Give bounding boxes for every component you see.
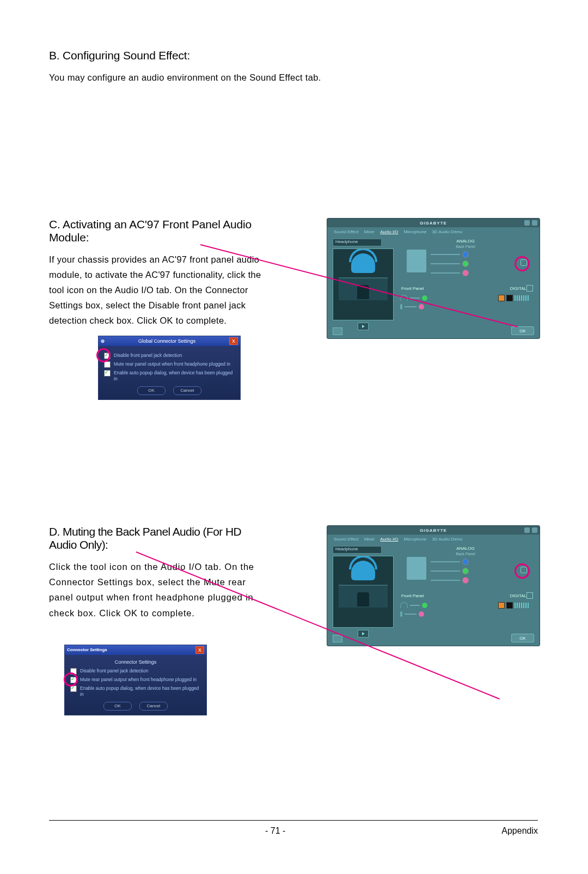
section-c-body: If your chassis provides an AC'97 front … [49,252,267,328]
front-jack-hp[interactable] [422,603,427,608]
checkbox-label: Mute rear panel output when front headph… [114,361,230,367]
checkbox-label: Disable front panel jack detection [114,353,182,359]
brand-label: GIGABYTE [420,221,447,226]
tab-microphone[interactable]: Microphone [404,537,427,542]
equalizer-icon [514,603,530,608]
spdif-icon[interactable] [498,602,505,609]
close-icon[interactable] [532,527,537,533]
front-panel-label: Front Panel [401,286,424,291]
tab-3d-audio[interactable]: 3D Audio Demo [432,537,462,542]
optical-icon[interactable] [506,602,513,609]
section-d-body: Click the tool icon on the Audio I/O tab… [49,559,267,620]
microphone-icon [400,611,402,617]
headphone-icon [400,602,408,608]
highlight-circle-icon [514,563,530,579]
analog-label: ANALOG [397,546,534,551]
page-number: - 71 - [265,826,285,836]
play-icon[interactable] [358,323,369,330]
minimize-icon[interactable] [524,527,530,533]
ok-button[interactable]: OK [511,634,534,642]
headphones-icon [351,561,375,580]
checkbox-label: Mute rear panel output when front headph… [80,677,197,683]
checkbox-label: Enable auto popup dialog, when device ha… [114,370,235,382]
section-c-heading: C. Activating an AC'97 Front Panel Audio… [49,218,267,244]
minimize-icon[interactable] [524,220,530,226]
spdif-icon[interactable] [498,295,505,301]
front-jack-mic[interactable] [419,304,424,309]
info-icon[interactable] [333,635,342,642]
close-icon[interactable] [532,220,537,226]
ok-button[interactable]: OK [137,386,166,395]
tab-microphone[interactable]: Microphone [404,229,427,234]
front-jack-mic[interactable] [419,611,424,617]
desk-graphic [339,277,388,300]
footer-section: Appendix [501,826,538,836]
output-dropdown[interactable]: Headphone [333,546,382,554]
tab-sound-effect[interactable]: Sound Effect [334,229,359,234]
dialog-titlebar-text: Connector Settings [67,647,107,652]
cancel-button[interactable]: Cancel [173,386,201,395]
section-d-heading: D. Muting the Back Panel Audio (For HD A… [49,525,267,551]
tab-audio-io[interactable]: Audio I/O [380,229,398,234]
analog-label: ANALOG [397,239,534,244]
headphones-icon [351,253,375,273]
highlight-circle-icon [64,672,78,687]
checkbox-label: Enable auto popup dialog, when device ha… [80,685,201,697]
back-panel-label: Back Panel [397,245,534,248]
back-panel-label: Back Panel [397,552,534,556]
tab-mixer[interactable]: Mixer [364,229,375,234]
scene-preview [333,248,394,320]
chair-graphic [357,592,369,606]
highlight-circle-icon [514,256,530,271]
front-panel-label: Front Panel [401,593,424,598]
jack-line-in[interactable] [462,559,469,565]
section-b-body: You may configure an audio environment o… [49,70,539,85]
digital-label: DIGITAL [510,286,526,291]
play-icon[interactable] [358,630,369,638]
tab-3d-audio[interactable]: 3D Audio Demo [432,229,462,234]
digital-tool-icon[interactable] [526,285,533,292]
tab-sound-effect[interactable]: Sound Effect [334,537,359,542]
checkbox-mute-rear[interactable] [104,361,111,368]
tab-audio-io[interactable]: Audio I/O [380,537,398,542]
optical-icon[interactable] [506,295,513,301]
jack-line-out[interactable] [462,260,469,267]
jack-line-in[interactable] [462,251,469,258]
digital-tool-icon[interactable] [526,592,533,599]
connector-settings-dialog: Connector Settings X Connector Settings … [64,645,207,715]
ok-button[interactable]: OK [103,702,132,711]
dialog-title: Global Connector Settings [105,338,229,344]
scene-preview [333,556,394,628]
audio-manager-panel: GIGABYTE Sound Effect Mixer Audio I/O Mi… [327,525,540,646]
jack-mic-in[interactable] [462,577,469,584]
digital-label: DIGITAL [510,593,526,598]
jack-mic-in[interactable] [462,270,469,276]
output-dropdown[interactable]: Headphone [333,239,382,246]
equalizer-icon [514,295,530,301]
microphone-icon [400,304,402,309]
close-icon[interactable]: X [195,646,204,654]
dialog-subtitle: Connector Settings [70,659,201,665]
close-icon[interactable]: X [229,337,238,345]
back-panel-block [407,557,426,580]
audio-tabs: Sound Effect Mixer Audio I/O Microphone … [327,535,540,544]
connector-settings-dialog: ⚙ Global Connector Settings X Disable fr… [98,336,241,400]
checkbox-auto-popup[interactable] [104,370,111,377]
back-panel-block [407,250,426,272]
info-icon[interactable] [333,327,342,335]
jack-line-out[interactable] [462,568,469,574]
cancel-button[interactable]: Cancel [139,702,168,711]
tab-mixer[interactable]: Mixer [364,537,375,542]
audio-manager-panel: GIGABYTE Sound Effect Mixer Audio I/O Mi… [327,218,540,339]
desk-graphic [339,585,388,608]
dialog-titlebar-icon: ⚙ [101,339,105,344]
brand-label: GIGABYTE [420,528,447,533]
checkbox-label: Disable front panel jack detection [80,668,148,674]
front-jack-hp[interactable] [422,295,427,301]
audio-tabs: Sound Effect Mixer Audio I/O Microphone … [327,227,540,236]
ok-button[interactable]: OK [511,326,534,335]
section-b-heading: B. Configuring Sound Effect: [49,49,539,62]
